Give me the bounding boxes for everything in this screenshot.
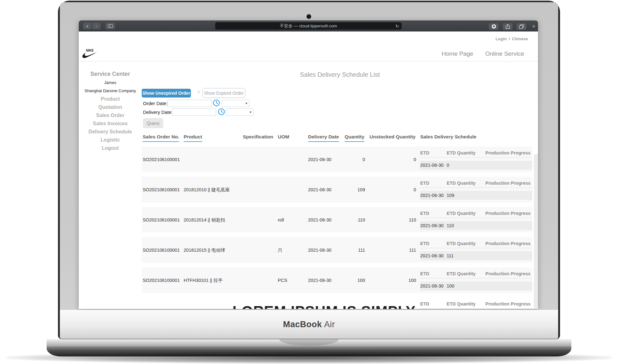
cell-etd: 2021-06-30 xyxy=(420,283,447,288)
cell-product: 201812010 || 睫毛底座 xyxy=(184,187,230,193)
nav-online-service[interactable]: Online Service xyxy=(485,50,524,57)
laptop-lid: ‹ › 不安全 — cloud.lippersoft.com ↻ xyxy=(58,1,560,339)
browser-forward-button[interactable]: › xyxy=(92,23,100,29)
column-header-product[interactable]: Product xyxy=(184,134,202,142)
column-header-quantity[interactable]: Quantity xyxy=(345,134,364,142)
subheader-etd: ETD xyxy=(420,211,447,216)
show-unexpired-order-button[interactable]: Show Unexpired Order xyxy=(142,89,191,98)
subheader-etd: ETD xyxy=(420,150,447,155)
laptop-shadow xyxy=(6,352,612,364)
cell-etd: 2021-06-30 xyxy=(420,163,447,168)
sidebar-item-quotation[interactable]: Quotation xyxy=(79,105,142,110)
subtable-row: 2021-06-30 109 xyxy=(420,191,532,200)
subheader-production-progress: Production Progress xyxy=(485,181,530,186)
subheader-production-progress: Production Progress xyxy=(485,301,530,306)
cell-unstocked-quantity: 111 xyxy=(409,248,416,253)
sidebar-item-sales-order[interactable]: Sales Order xyxy=(79,113,142,118)
order-date-input[interactable] xyxy=(167,100,212,107)
page-scrollbar[interactable] xyxy=(534,154,538,309)
sidebar-title: Service Center xyxy=(79,71,142,77)
browser-titlebar: ‹ › 不安全 — cloud.lippersoft.com ↻ xyxy=(79,20,538,31)
sales-delivery-schedule-subtable: ETD ETD Quantity Production Progress 202… xyxy=(420,240,532,260)
subheader-etd-quantity: ETD Quantity xyxy=(447,211,485,216)
dropdown-caret-icon: ▾ xyxy=(249,110,251,114)
sidebar: Service Center James Shanghai Danone Com… xyxy=(79,61,142,309)
cell-uom: 只 xyxy=(278,247,283,253)
subheader-etd: ETD xyxy=(420,301,447,306)
sidebar-item-product[interactable]: Product xyxy=(79,97,142,102)
table-row: SO202106100001 2021-06-30 0 0 ETD xyxy=(142,147,532,172)
cell-uom: roll xyxy=(278,217,284,222)
delivery-date-input[interactable] xyxy=(172,109,216,116)
cell-sales-order-no: SO202106100001 xyxy=(143,278,180,283)
sidebar-item-delivery-schedule[interactable]: Delivery Schedule xyxy=(79,129,142,134)
share-button[interactable] xyxy=(503,23,512,30)
nike-logo-icon: NIKE xyxy=(81,48,98,59)
column-header-uom: UOM xyxy=(278,134,289,141)
column-header-delivery-date[interactable]: Delivery Date xyxy=(308,134,339,142)
account-bar: Login / Chinese xyxy=(79,31,538,46)
cell-delivery-date: 2021-06-30 xyxy=(308,157,331,162)
downloads-button[interactable] xyxy=(489,23,499,30)
column-header-specification: Specification xyxy=(243,134,273,141)
column-header-sales-order-no[interactable]: Sales Order No. xyxy=(143,134,179,142)
subheader-production-progress: Production Progress xyxy=(485,241,530,246)
column-header-sales-delivery-schedule: Sales Delivery Schedule xyxy=(420,134,476,141)
cell-etd: 2021-06-30 xyxy=(420,223,447,228)
login-language-separator: / xyxy=(509,36,510,41)
delivery-date-select[interactable]: ▾ xyxy=(226,109,254,116)
sidebar-item-logistic[interactable]: Logistic xyxy=(79,137,142,143)
sales-delivery-schedule-subtable: ETD ETD Quantity Production Progress 202… xyxy=(420,270,532,290)
sidebar-toggle-button[interactable] xyxy=(106,23,115,29)
login-link[interactable]: Login xyxy=(495,36,506,41)
cell-delivery-date: 2021-06-30 xyxy=(308,187,331,192)
sidebar-user-name: James xyxy=(79,80,142,85)
sidebar-panes-icon xyxy=(108,24,113,28)
delivery-date-clock-icon[interactable] xyxy=(218,108,225,115)
tabs-icon xyxy=(519,24,524,29)
share-icon xyxy=(505,24,510,29)
laptop-thumb-notch xyxy=(279,339,339,346)
sales-delivery-schedule-subtable: ETD ETD Quantity Production Progress 202… xyxy=(420,210,532,230)
subtable-row: 2021-06-30 110 xyxy=(420,221,532,230)
browser-back-button[interactable]: ‹ xyxy=(83,23,91,29)
lorem-watermark-text: LOREM IPSUM IS SIMPLY xyxy=(232,303,416,309)
dropdown-caret-icon: ▾ xyxy=(245,101,247,105)
show-expired-order-button[interactable]: Show Expired Order xyxy=(202,88,245,98)
cell-quantity: 100 xyxy=(358,278,365,283)
sales-delivery-schedule-subtable: ETD ETD Quantity Production Progress 202… xyxy=(420,149,532,170)
url-text: 不安全 — cloud.lippersoft.com xyxy=(280,23,337,29)
safari-window: ‹ › 不安全 — cloud.lippersoft.com ↻ xyxy=(79,20,538,309)
order-date-clock-icon[interactable] xyxy=(213,99,220,106)
cell-quantity: 0 xyxy=(363,157,365,162)
address-bar[interactable]: 不安全 — cloud.lippersoft.com ↻ xyxy=(215,22,402,30)
sales-delivery-schedule-subtable: ETD ETD Quantity Production Progress 202… xyxy=(420,179,532,200)
page-title: Sales Delivery Schedule List xyxy=(142,71,538,78)
web-page: Login / Chinese NIKE Home Page Online Se… xyxy=(79,31,538,309)
order-date-select[interactable]: ▾ xyxy=(222,100,249,107)
table-row: SO202106100001 201812015 || 电动球 只 2021-0… xyxy=(142,237,532,263)
table-row: SO202106100001 201812014 || 钥匙扣 roll 202… xyxy=(142,207,532,232)
subheader-etd-quantity: ETD Quantity xyxy=(447,271,485,276)
cell-uom: PCS xyxy=(278,278,287,283)
subheader-etd: ETD xyxy=(420,181,447,186)
nav-home-page[interactable]: Home Page xyxy=(442,50,473,57)
sidebar-item-logout[interactable]: Logout xyxy=(79,146,142,151)
subheader-etd-quantity: ETD Quantity xyxy=(447,181,485,186)
sidebar-company-name: Shanghai Danone Company xyxy=(79,88,142,93)
language-link[interactable]: Chinese xyxy=(512,36,528,41)
cell-product: HTFH30101 || 拉手 xyxy=(184,277,223,283)
query-button[interactable]: Query xyxy=(143,118,163,128)
sales-delivery-schedule-subtable: ETD ETD Quantity Production Progress xyxy=(420,300,532,309)
laptop-chin: MacBook Air xyxy=(60,310,558,339)
new-tab-button[interactable]: + xyxy=(532,22,535,31)
cell-quantity: 110 xyxy=(358,217,365,222)
subheader-etd: ETD xyxy=(420,271,447,276)
macbook-mockup: ‹ › 不安全 — cloud.lippersoft.com ↻ xyxy=(0,0,618,364)
cell-etd-quantity: 110 xyxy=(447,223,454,228)
laptop-base xyxy=(47,339,571,346)
refresh-icon[interactable]: ↻ xyxy=(395,24,399,29)
cell-delivery-date: 2021-06-30 xyxy=(308,248,331,253)
tabs-overview-button[interactable] xyxy=(517,23,526,30)
sidebar-item-sales-invoices[interactable]: Sales Invoices xyxy=(79,121,142,126)
